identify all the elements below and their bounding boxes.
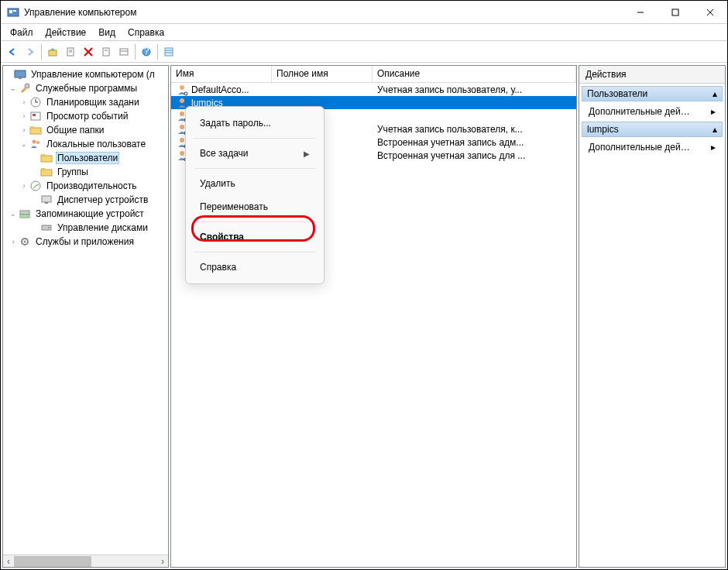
users-icon <box>29 138 42 150</box>
ctx-delete[interactable]: Удалить <box>186 172 324 195</box>
tree-diskmgmt[interactable]: Управление дисками <box>3 221 168 235</box>
svg-point-49 <box>180 125 184 129</box>
col-name[interactable]: Имя <box>171 66 272 82</box>
svg-point-53 <box>180 151 184 156</box>
tree-device-mgr[interactable]: Диспетчер устройств <box>3 193 168 207</box>
tree-local-users[interactable]: ⌄ Локальные пользовате <box>3 137 168 151</box>
menu-help[interactable]: Справка <box>122 26 170 39</box>
ctx-set-password[interactable]: Задать пароль... <box>186 112 324 135</box>
delete-button[interactable] <box>80 43 97 60</box>
disk-icon <box>40 221 53 234</box>
actions-more-lumpics[interactable]: Дополнительные дей… ▸ <box>584 139 720 155</box>
list-panel: Имя Полное имя Описание DefaultAcco... У… <box>170 65 577 568</box>
svg-rect-30 <box>30 128 41 134</box>
maximize-button[interactable] <box>658 1 692 24</box>
svg-point-45 <box>184 92 187 95</box>
tree-performance[interactable]: › Производительность <box>3 179 168 193</box>
svg-point-32 <box>36 141 39 144</box>
svg-rect-22 <box>15 70 26 77</box>
ctx-properties[interactable]: Свойства <box>186 225 324 249</box>
perf-icon <box>29 180 42 192</box>
svg-rect-19 <box>165 48 173 56</box>
tree-panel: Управление компьютером (л ⌄ Служебные пр… <box>2 65 169 568</box>
list-header: Имя Полное имя Описание <box>171 66 576 83</box>
svg-rect-39 <box>20 215 29 218</box>
tree-scheduler[interactable]: › Планировщик задани <box>3 95 168 109</box>
svg-rect-2 <box>13 10 16 12</box>
back-button[interactable] <box>4 43 21 60</box>
tree[interactable]: Управление компьютером (л ⌄ Служебные пр… <box>3 66 168 250</box>
folder-shared-icon <box>29 124 42 136</box>
tree-events[interactable]: › Просмотр событий <box>3 109 168 123</box>
ctx-rename[interactable]: Переименовать <box>186 195 324 218</box>
cell-desc: Встроенная учетная запись для ... <box>373 150 576 161</box>
tree-shared[interactable]: › Общие папки <box>3 123 168 137</box>
collapse-icon: ▴ <box>713 88 717 99</box>
svg-point-44 <box>180 85 184 90</box>
refresh-button[interactable] <box>115 43 132 60</box>
content-area: Управление компьютером (л ⌄ Служебные пр… <box>1 63 727 569</box>
ctx-help[interactable]: Справка <box>186 256 324 279</box>
actions-section-lumpics[interactable]: lumpics ▴ <box>582 122 723 137</box>
close-button[interactable] <box>692 1 727 24</box>
chevron-right-icon: ▶ <box>304 149 310 158</box>
col-desc[interactable]: Описание <box>373 66 576 82</box>
svg-rect-29 <box>33 114 36 116</box>
tree-root[interactable]: Управление компьютером (л <box>3 67 168 81</box>
computer-icon <box>14 68 26 81</box>
svg-rect-36 <box>42 196 51 202</box>
context-menu: Задать пароль... Все задачи▶ Удалить Пер… <box>185 106 325 284</box>
svg-rect-37 <box>45 202 48 204</box>
tree-groups[interactable]: Группы <box>3 165 168 179</box>
menu-file[interactable]: Файл <box>4 26 39 39</box>
chevron-right-icon: ▸ <box>711 106 716 117</box>
svg-point-46 <box>180 98 184 103</box>
svg-rect-7 <box>49 50 57 56</box>
svg-point-51 <box>180 138 184 142</box>
up-button[interactable] <box>44 43 61 60</box>
svg-point-24 <box>25 84 29 88</box>
menu-action[interactable]: Действие <box>39 26 93 39</box>
tree-scrollbar-h[interactable]: ‹ › <box>3 555 168 567</box>
tree-storage[interactable]: ⌄ Запоминающие устройст <box>3 207 168 221</box>
help-button[interactable]: ? <box>138 43 155 60</box>
cell-desc: Встроенная учетная запись адм... <box>373 137 576 148</box>
svg-rect-13 <box>103 48 109 56</box>
svg-rect-15 <box>120 49 128 55</box>
list-view-button[interactable] <box>160 43 177 60</box>
actions-panel: Действия Пользователи ▴ Дополнительные д… <box>579 65 726 568</box>
svg-point-43 <box>24 241 26 243</box>
tree-users-label: Пользователи <box>56 152 119 164</box>
tools-icon <box>19 82 31 94</box>
services-icon <box>19 235 31 248</box>
list-row[interactable]: DefaultAcco... Учетная запись пользовате… <box>171 83 576 96</box>
clock-icon <box>29 96 42 108</box>
cell-desc: Учетная запись пользователя, к... <box>373 124 576 135</box>
export-button[interactable] <box>98 43 115 60</box>
actions-header: Действия <box>579 66 725 84</box>
tree-services[interactable]: › Службы и приложения <box>3 235 168 249</box>
properties-button[interactable] <box>62 43 79 60</box>
folder-icon <box>40 166 53 178</box>
menu-view[interactable]: Вид <box>92 26 122 39</box>
user-icon <box>176 84 188 96</box>
toolbar: ? <box>1 41 727 63</box>
tree-users[interactable]: Пользователи <box>3 151 168 165</box>
svg-rect-4 <box>672 9 678 15</box>
titlebar: Управление компьютером <box>1 1 727 24</box>
window-title: Управление компьютером <box>24 7 623 18</box>
collapse-icon: ▴ <box>713 124 717 135</box>
actions-more-users[interactable]: Дополнительные дей… ▸ <box>584 104 720 119</box>
cell-desc: Учетная запись пользователя, у... <box>373 84 576 95</box>
col-fullname[interactable]: Полное имя <box>272 66 373 82</box>
tree-utils[interactable]: ⌄ Служебные программы <box>3 81 168 95</box>
forward-button[interactable] <box>22 43 39 60</box>
svg-point-47 <box>180 112 184 116</box>
ctx-all-tasks[interactable]: Все задачи▶ <box>186 142 324 165</box>
menubar: Файл Действие Вид Справка <box>1 24 727 41</box>
chevron-right-icon: ▸ <box>711 142 716 153</box>
actions-section-users[interactable]: Пользователи ▴ <box>582 86 723 101</box>
minimize-button[interactable] <box>623 1 658 24</box>
cell-name: DefaultAcco... <box>191 84 249 95</box>
app-icon <box>7 6 19 19</box>
